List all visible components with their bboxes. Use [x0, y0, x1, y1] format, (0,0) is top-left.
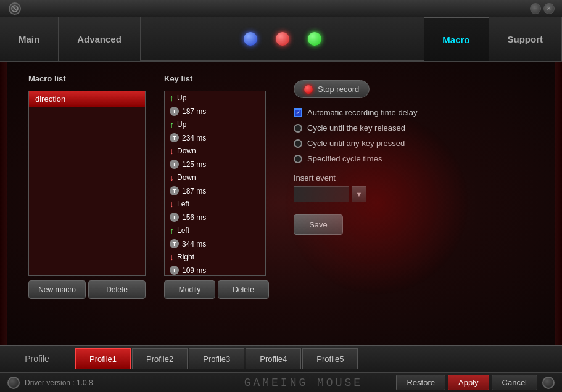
- right-panel: Stop record Automatic recording time del…: [287, 74, 543, 333]
- specified-cycle-label: Specified cycle times: [307, 154, 382, 163]
- macro-buttons: New macro Delete: [28, 280, 146, 299]
- cancel-button[interactable]: Cancel: [492, 375, 537, 390]
- timer-icon: T: [170, 266, 179, 275]
- arrow-up-icon: ↑: [170, 226, 174, 235]
- tab-main[interactable]: Main: [0, 17, 59, 61]
- profile-2-button[interactable]: Profile2: [132, 348, 188, 369]
- list-item[interactable]: ↓ Left: [165, 197, 265, 211]
- arrow-down-icon: ↓: [170, 252, 174, 262]
- list-item[interactable]: ↓ Down: [165, 171, 265, 184]
- close-button[interactable]: ✕: [543, 3, 555, 14]
- options-group: Automatic recording time delay Cycle unt…: [294, 108, 543, 163]
- brand-text: GAMEING MOUSE: [210, 377, 396, 389]
- modify-button[interactable]: Modify: [164, 280, 215, 299]
- cycle-key-released-radio[interactable]: [294, 124, 302, 133]
- macro-list-title: Macro list: [28, 74, 146, 83]
- profile-1-button[interactable]: Profile1: [75, 348, 131, 369]
- new-macro-button[interactable]: New macro: [28, 280, 86, 299]
- key-list[interactable]: ↑ Up T 187 ms ↑ Up T 234 ms ↓ Down T 125…: [164, 91, 266, 276]
- arrow-up-icon: ↑: [170, 120, 174, 129]
- insert-event-input[interactable]: [294, 186, 349, 202]
- profile-5-button[interactable]: Profile5: [302, 348, 358, 369]
- stop-record-button[interactable]: Stop record: [294, 80, 370, 98]
- restore-button[interactable]: Restore: [396, 375, 445, 390]
- auto-delay-checkbox[interactable]: [294, 108, 302, 117]
- tab-advanced[interactable]: Advanced: [59, 17, 141, 61]
- title-bar: − ✕: [0, 0, 562, 17]
- arrow-down-icon: ↓: [170, 199, 174, 209]
- key-list-title: Key list: [164, 74, 269, 83]
- list-item[interactable]: T 109 ms: [165, 264, 265, 276]
- dot-blue[interactable]: [244, 32, 257, 46]
- list-item[interactable]: T 234 ms: [165, 131, 265, 144]
- nav-bar: Main Advanced Macro Support: [0, 17, 562, 62]
- save-button[interactable]: Save: [294, 214, 343, 235]
- svg-line-1: [13, 7, 17, 10]
- minimize-button[interactable]: −: [530, 3, 541, 14]
- list-item[interactable]: T 156 ms: [165, 211, 265, 224]
- timer-icon: T: [170, 133, 179, 142]
- list-item[interactable]: ↑ Left: [165, 224, 265, 237]
- status-bar: Driver version : 1.0.8 GAMEING MOUSE Res…: [0, 372, 562, 392]
- insert-event-section: Insert event ▼: [294, 173, 543, 202]
- timer-icon: T: [170, 213, 179, 222]
- profile-3-button[interactable]: Profile3: [189, 348, 244, 369]
- insert-event-label: Insert event: [294, 173, 543, 182]
- timer-icon: T: [170, 186, 179, 195]
- tab-macro[interactable]: Macro: [424, 17, 489, 61]
- key-panel: Key list ↑ Up T 187 ms ↑ Up T 234 ms ↓ D…: [164, 74, 269, 333]
- right-trim: [555, 62, 562, 345]
- tab-support[interactable]: Support: [489, 17, 563, 61]
- bottom-buttons: Restore Apply Cancel: [396, 375, 537, 390]
- dot-red[interactable]: [276, 32, 289, 46]
- insert-event-dropdown[interactable]: ▼: [352, 186, 366, 202]
- option-auto-delay: Automatic recording time delay: [294, 108, 543, 117]
- insert-event-row: ▼: [294, 186, 543, 202]
- left-trim: [0, 62, 7, 345]
- list-item[interactable]: ↑ Up: [165, 91, 265, 105]
- dot-green[interactable]: [308, 32, 321, 46]
- status-icon-right: [542, 377, 555, 389]
- stop-record-label: Stop record: [318, 84, 359, 94]
- key-buttons: Modify Delete: [164, 280, 269, 299]
- cycle-any-key-label: Cycle until any key pressed: [307, 139, 405, 148]
- driver-version: Driver version : 1.0.8: [25, 378, 210, 387]
- list-item[interactable]: ↑ Up: [165, 118, 265, 131]
- profile-label: Profile: [0, 354, 74, 364]
- key-delete-button[interactable]: Delete: [218, 280, 269, 299]
- specified-cycle-radio[interactable]: [294, 155, 302, 163]
- profile-bar: Profile Profile1 Profile2 Profile3 Profi…: [0, 345, 562, 372]
- macro-delete-button[interactable]: Delete: [88, 280, 146, 299]
- arrow-down-icon: ↓: [170, 173, 174, 182]
- main-content: Macro list direction New macro Delete Ke…: [0, 62, 562, 345]
- macro-list[interactable]: direction: [28, 91, 146, 276]
- timer-icon: T: [170, 107, 179, 116]
- app-icon-left: [9, 2, 21, 15]
- arrow-up-icon: ↑: [170, 93, 174, 103]
- timer-icon: T: [170, 160, 179, 169]
- auto-delay-label: Automatic recording time delay: [307, 108, 417, 117]
- list-item[interactable]: T 125 ms: [165, 158, 265, 171]
- list-item[interactable]: ↓ Down: [165, 144, 265, 158]
- cycle-key-released-label: Cycle until the key released: [307, 123, 405, 133]
- option-cycle-any-key: Cycle until any key pressed: [294, 139, 543, 148]
- list-item[interactable]: T 187 ms: [165, 184, 265, 197]
- list-item[interactable]: T 187 ms: [165, 105, 265, 118]
- option-cycle-key-released: Cycle until the key released: [294, 123, 543, 133]
- arrow-down-icon: ↓: [170, 146, 174, 156]
- color-dots: [141, 32, 424, 46]
- profile-4-button[interactable]: Profile4: [246, 348, 301, 369]
- option-specified-cycle: Specified cycle times: [294, 154, 543, 163]
- timer-icon: T: [170, 239, 179, 248]
- apply-button[interactable]: Apply: [448, 375, 489, 390]
- status-icon-left: [7, 377, 20, 389]
- list-item[interactable]: ↓ Right: [165, 250, 265, 264]
- list-item[interactable]: T 344 ms: [165, 237, 265, 250]
- macro-item[interactable]: direction: [29, 91, 145, 107]
- cycle-any-key-radio[interactable]: [294, 139, 302, 148]
- record-indicator: [304, 85, 313, 94]
- macro-panel: Macro list direction New macro Delete: [28, 74, 146, 333]
